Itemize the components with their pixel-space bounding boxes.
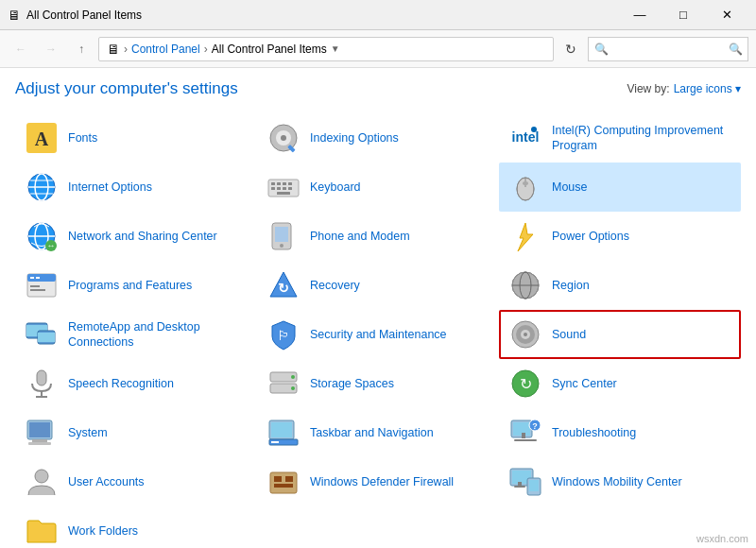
storage-label: Storage Spaces — [310, 376, 394, 391]
search-input[interactable] — [588, 37, 748, 61]
item-keyboard[interactable]: Keyboard — [257, 163, 499, 212]
internet-label: Internet Options — [68, 180, 152, 195]
work-folders-label: Work Folders — [68, 523, 138, 539]
power-icon — [508, 219, 542, 253]
security-icon: 🏳 — [266, 317, 301, 351]
item-recovery[interactable]: ↻ Recovery — [257, 261, 499, 310]
indexing-label: Indexing Options — [310, 130, 399, 146]
recovery-icon: ↻ — [266, 268, 301, 302]
item-system[interactable]: System — [15, 408, 257, 457]
svg-rect-81 — [270, 472, 297, 493]
intel-icon: intel — [508, 121, 542, 155]
svg-rect-20 — [277, 187, 281, 190]
network-icon: ↔ — [25, 219, 59, 253]
svg-rect-23 — [277, 192, 290, 195]
user-icon — [25, 465, 59, 499]
remote-icon — [25, 317, 59, 351]
svg-point-80 — [35, 470, 48, 483]
keyboard-icon — [266, 170, 301, 204]
recovery-label: Recovery — [310, 278, 360, 293]
minimize-button[interactable]: — — [618, 0, 662, 30]
svg-rect-19 — [271, 187, 275, 190]
system-label: System — [68, 425, 108, 440]
item-storage-spaces[interactable]: Storage Spaces — [257, 359, 499, 408]
region-icon — [508, 268, 542, 302]
storage-icon — [266, 367, 301, 401]
maximize-button[interactable]: □ — [662, 0, 705, 30]
region-label: Region — [552, 278, 590, 293]
mouse-icon — [508, 170, 542, 204]
item-sound[interactable]: Sound — [499, 310, 741, 359]
item-windows-mobility[interactable]: Windows Mobility Center — [499, 457, 741, 506]
up-button[interactable]: ↑ — [68, 36, 94, 62]
item-region[interactable]: Region — [499, 261, 741, 310]
main-area: Adjust your computer's settings View by:… — [0, 68, 756, 548]
view-by-control: View by: Large icons ▾ — [627, 82, 741, 95]
mobility-label: Windows Mobility Center — [552, 474, 682, 489]
item-security-maintenance[interactable]: 🏳 Security and Maintenance — [257, 310, 499, 359]
network-label: Network and Sharing Center — [68, 229, 217, 244]
item-internet-options[interactable]: Internet Options — [15, 163, 257, 212]
svg-rect-16 — [277, 182, 281, 185]
item-phone-modem[interactable]: Phone and Modem — [257, 212, 499, 261]
item-mouse[interactable]: Mouse — [499, 163, 741, 212]
svg-point-8 — [531, 127, 537, 132]
item-power-options[interactable]: Power Options — [499, 212, 741, 261]
path-dropdown-button[interactable]: ▼ — [331, 43, 340, 54]
internet-icon — [25, 170, 59, 204]
svg-rect-84 — [274, 484, 293, 488]
svg-rect-21 — [283, 187, 286, 190]
defender-icon — [266, 465, 301, 499]
item-sync-center[interactable]: ↻ Sync Center — [499, 359, 741, 408]
svg-rect-18 — [288, 182, 292, 185]
svg-point-35 — [280, 244, 284, 248]
mobility-icon — [508, 465, 542, 499]
indexing-icon — [266, 121, 301, 155]
item-remoteapp[interactable]: RemoteApp and Desktop Connections — [15, 310, 257, 359]
item-speech-recognition[interactable]: Speech Recognition — [15, 359, 257, 408]
programs-icon — [25, 268, 59, 302]
fonts-icon: A — [25, 121, 59, 155]
item-work-folders[interactable]: Work Folders — [15, 506, 257, 548]
path-control-panel[interactable]: Control Panel — [131, 43, 200, 56]
view-by-option[interactable]: Large icons ▾ — [674, 82, 741, 95]
svg-text:?: ? — [532, 421, 538, 431]
svg-point-62 — [291, 375, 295, 379]
defender-label: Windows Defender Firewall — [310, 474, 454, 489]
item-intel[interactable]: intel Intel(R) Computing Improvement Pro… — [499, 113, 741, 163]
svg-text:↔: ↔ — [47, 241, 56, 250]
content-area: Adjust your computer's settings View by:… — [0, 68, 756, 548]
page-title: Adjust your computer's settings — [15, 79, 238, 98]
forward-button[interactable]: → — [38, 36, 64, 62]
app-icon: 🖥 — [8, 8, 21, 23]
speech-icon — [25, 367, 59, 401]
item-programs-features[interactable]: Programs and Features — [15, 261, 257, 310]
svg-point-56 — [524, 333, 527, 336]
svg-rect-40 — [30, 285, 40, 287]
svg-rect-39 — [36, 277, 40, 279]
path-current: All Control Panel Items — [212, 43, 327, 56]
keyboard-label: Keyboard — [310, 180, 361, 195]
svg-rect-51 — [38, 333, 55, 342]
item-troubleshooting[interactable]: ? Troubleshooting — [499, 408, 741, 457]
item-fonts[interactable]: A Fonts — [15, 113, 257, 163]
view-by-label: View by: — [627, 82, 669, 95]
svg-rect-77 — [514, 439, 537, 441]
refresh-button[interactable]: ↻ — [558, 36, 584, 62]
address-path: 🖥 › Control Panel › All Control Panel It… — [98, 37, 554, 61]
remote-label: RemoteApp and Desktop Connections — [68, 319, 248, 351]
item-indexing-options[interactable]: Indexing Options — [257, 113, 499, 163]
speech-label: Speech Recognition — [68, 376, 174, 391]
back-button[interactable]: ← — [8, 36, 34, 62]
close-button[interactable]: ✕ — [705, 0, 748, 30]
item-network-sharing[interactable]: ↔ Network and Sharing Center — [15, 212, 257, 261]
programs-label: Programs and Features — [68, 278, 192, 293]
item-windows-defender[interactable]: Windows Defender Firewall — [257, 457, 499, 506]
power-label: Power Options — [552, 229, 629, 244]
troubleshooting-icon: ? — [508, 416, 542, 450]
svg-text:🏳: 🏳 — [277, 328, 290, 343]
item-user-accounts[interactable]: User Accounts — [15, 457, 257, 506]
svg-rect-34 — [275, 227, 288, 242]
svg-rect-87 — [518, 482, 522, 486]
item-taskbar[interactable]: Taskbar and Navigation — [257, 408, 499, 457]
